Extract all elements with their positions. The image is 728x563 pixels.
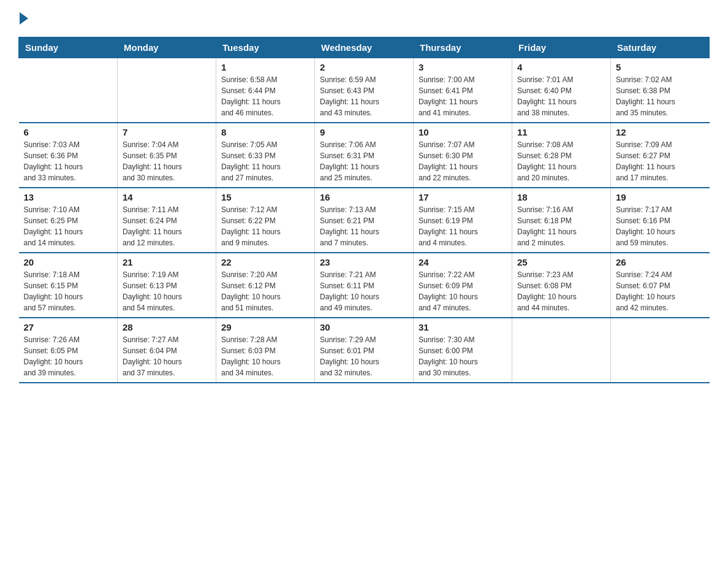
header-day-wednesday: Wednesday [315, 37, 414, 58]
calendar-cell: 12Sunrise: 7:09 AM Sunset: 6:27 PM Dayli… [611, 123, 710, 188]
calendar-cell: 5Sunrise: 7:02 AM Sunset: 6:38 PM Daylig… [611, 58, 710, 123]
day-number: 9 [320, 127, 408, 137]
day-number: 15 [221, 192, 309, 202]
calendar-cell: 4Sunrise: 7:01 AM Sunset: 6:40 PM Daylig… [512, 58, 611, 123]
day-info: Sunrise: 7:03 AM Sunset: 6:36 PM Dayligh… [24, 139, 113, 183]
day-info: Sunrise: 7:11 AM Sunset: 6:24 PM Dayligh… [123, 204, 211, 248]
day-info: Sunrise: 7:21 AM Sunset: 6:11 PM Dayligh… [320, 269, 408, 313]
calendar-cell: 1Sunrise: 6:58 AM Sunset: 6:44 PM Daylig… [216, 58, 315, 123]
day-number: 29 [221, 322, 309, 332]
calendar-cell: 24Sunrise: 7:22 AM Sunset: 6:09 PM Dayli… [414, 253, 512, 318]
day-info: Sunrise: 7:26 AM Sunset: 6:05 PM Dayligh… [24, 334, 113, 378]
week-row-5: 27Sunrise: 7:26 AM Sunset: 6:05 PM Dayli… [19, 318, 710, 383]
week-row-4: 20Sunrise: 7:18 AM Sunset: 6:15 PM Dayli… [19, 253, 710, 318]
calendar-cell: 13Sunrise: 7:10 AM Sunset: 6:25 PM Dayli… [19, 188, 118, 253]
header-row: SundayMondayTuesdayWednesdayThursdayFrid… [19, 37, 710, 58]
calendar-cell: 3Sunrise: 7:00 AM Sunset: 6:41 PM Daylig… [414, 58, 512, 123]
calendar-cell: 6Sunrise: 7:03 AM Sunset: 6:36 PM Daylig… [19, 123, 118, 188]
calendar-cell: 10Sunrise: 7:07 AM Sunset: 6:30 PM Dayli… [414, 123, 512, 188]
header-day-monday: Monday [118, 37, 216, 58]
day-info: Sunrise: 7:19 AM Sunset: 6:13 PM Dayligh… [123, 269, 211, 313]
calendar-cell: 25Sunrise: 7:23 AM Sunset: 6:08 PM Dayli… [512, 253, 611, 318]
calendar-cell: 17Sunrise: 7:15 AM Sunset: 6:19 PM Dayli… [414, 188, 512, 253]
calendar-cell: 14Sunrise: 7:11 AM Sunset: 6:24 PM Dayli… [118, 188, 216, 253]
header-day-thursday: Thursday [414, 37, 512, 58]
calendar-cell [611, 318, 710, 383]
calendar-cell: 19Sunrise: 7:17 AM Sunset: 6:16 PM Dayli… [611, 188, 710, 253]
day-number: 10 [419, 127, 507, 137]
calendar-cell: 7Sunrise: 7:04 AM Sunset: 6:35 PM Daylig… [118, 123, 216, 188]
day-info: Sunrise: 7:18 AM Sunset: 6:15 PM Dayligh… [24, 269, 113, 313]
calendar-cell: 2Sunrise: 6:59 AM Sunset: 6:43 PM Daylig… [315, 58, 414, 123]
day-number: 1 [221, 62, 309, 72]
header-day-sunday: Sunday [19, 37, 118, 58]
day-info: Sunrise: 7:27 AM Sunset: 6:04 PM Dayligh… [123, 334, 211, 378]
calendar-header: SundayMondayTuesdayWednesdayThursdayFrid… [19, 37, 710, 58]
calendar-cell: 31Sunrise: 7:30 AM Sunset: 6:00 PM Dayli… [414, 318, 512, 383]
day-number: 22 [221, 257, 309, 267]
day-info: Sunrise: 7:15 AM Sunset: 6:19 PM Dayligh… [419, 204, 507, 248]
calendar-cell [512, 318, 611, 383]
day-number: 24 [419, 257, 507, 267]
day-info: Sunrise: 7:08 AM Sunset: 6:28 PM Dayligh… [517, 139, 605, 183]
day-info: Sunrise: 7:09 AM Sunset: 6:27 PM Dayligh… [616, 139, 705, 183]
page-header [18, 12, 710, 25]
calendar-cell: 30Sunrise: 7:29 AM Sunset: 6:01 PM Dayli… [315, 318, 414, 383]
calendar-body: 1Sunrise: 6:58 AM Sunset: 6:44 PM Daylig… [19, 58, 710, 383]
day-number: 16 [320, 192, 408, 202]
day-info: Sunrise: 7:04 AM Sunset: 6:35 PM Dayligh… [123, 139, 211, 183]
day-number: 31 [419, 322, 507, 332]
day-info: Sunrise: 7:30 AM Sunset: 6:00 PM Dayligh… [419, 334, 507, 378]
logo-arrow-icon [20, 12, 28, 25]
calendar-cell: 15Sunrise: 7:12 AM Sunset: 6:22 PM Dayli… [216, 188, 315, 253]
calendar-cell: 29Sunrise: 7:28 AM Sunset: 6:03 PM Dayli… [216, 318, 315, 383]
day-info: Sunrise: 7:00 AM Sunset: 6:41 PM Dayligh… [419, 74, 507, 118]
calendar-cell: 21Sunrise: 7:19 AM Sunset: 6:13 PM Dayli… [118, 253, 216, 318]
day-number: 20 [24, 257, 113, 267]
day-number: 5 [616, 62, 705, 72]
day-info: Sunrise: 6:59 AM Sunset: 6:43 PM Dayligh… [320, 74, 408, 118]
day-info: Sunrise: 7:23 AM Sunset: 6:08 PM Dayligh… [517, 269, 605, 313]
day-info: Sunrise: 7:13 AM Sunset: 6:21 PM Dayligh… [320, 204, 408, 248]
logo-wordmark [18, 12, 29, 25]
day-info: Sunrise: 7:20 AM Sunset: 6:12 PM Dayligh… [221, 269, 309, 313]
calendar-cell: 16Sunrise: 7:13 AM Sunset: 6:21 PM Dayli… [315, 188, 414, 253]
calendar-cell: 23Sunrise: 7:21 AM Sunset: 6:11 PM Dayli… [315, 253, 414, 318]
day-number: 12 [616, 127, 705, 137]
calendar-cell [19, 58, 118, 123]
day-number: 25 [517, 257, 605, 267]
day-number: 3 [419, 62, 507, 72]
day-number: 7 [123, 127, 211, 137]
day-info: Sunrise: 7:07 AM Sunset: 6:30 PM Dayligh… [419, 139, 507, 183]
day-number: 17 [419, 192, 507, 202]
day-number: 21 [123, 257, 211, 267]
day-info: Sunrise: 6:58 AM Sunset: 6:44 PM Dayligh… [221, 74, 309, 118]
day-info: Sunrise: 7:06 AM Sunset: 6:31 PM Dayligh… [320, 139, 408, 183]
day-number: 4 [517, 62, 605, 72]
calendar-cell: 27Sunrise: 7:26 AM Sunset: 6:05 PM Dayli… [19, 318, 118, 383]
day-info: Sunrise: 7:17 AM Sunset: 6:16 PM Dayligh… [616, 204, 705, 248]
calendar-cell: 8Sunrise: 7:05 AM Sunset: 6:33 PM Daylig… [216, 123, 315, 188]
day-number: 13 [24, 192, 113, 202]
calendar-cell: 9Sunrise: 7:06 AM Sunset: 6:31 PM Daylig… [315, 123, 414, 188]
day-number: 14 [123, 192, 211, 202]
day-info: Sunrise: 7:22 AM Sunset: 6:09 PM Dayligh… [419, 269, 507, 313]
header-day-tuesday: Tuesday [216, 37, 315, 58]
day-number: 19 [616, 192, 705, 202]
day-info: Sunrise: 7:12 AM Sunset: 6:22 PM Dayligh… [221, 204, 309, 248]
calendar-cell: 20Sunrise: 7:18 AM Sunset: 6:15 PM Dayli… [19, 253, 118, 318]
day-number: 23 [320, 257, 408, 267]
week-row-3: 13Sunrise: 7:10 AM Sunset: 6:25 PM Dayli… [19, 188, 710, 253]
day-info: Sunrise: 7:05 AM Sunset: 6:33 PM Dayligh… [221, 139, 309, 183]
day-info: Sunrise: 7:24 AM Sunset: 6:07 PM Dayligh… [616, 269, 705, 313]
day-info: Sunrise: 7:02 AM Sunset: 6:38 PM Dayligh… [616, 74, 705, 118]
calendar-table: SundayMondayTuesdayWednesdayThursdayFrid… [18, 37, 710, 383]
day-info: Sunrise: 7:10 AM Sunset: 6:25 PM Dayligh… [24, 204, 113, 248]
header-day-friday: Friday [512, 37, 611, 58]
week-row-1: 1Sunrise: 6:58 AM Sunset: 6:44 PM Daylig… [19, 58, 710, 123]
day-number: 28 [123, 322, 211, 332]
day-number: 26 [616, 257, 705, 267]
day-info: Sunrise: 7:29 AM Sunset: 6:01 PM Dayligh… [320, 334, 408, 378]
day-number: 18 [517, 192, 605, 202]
calendar-cell: 28Sunrise: 7:27 AM Sunset: 6:04 PM Dayli… [118, 318, 216, 383]
